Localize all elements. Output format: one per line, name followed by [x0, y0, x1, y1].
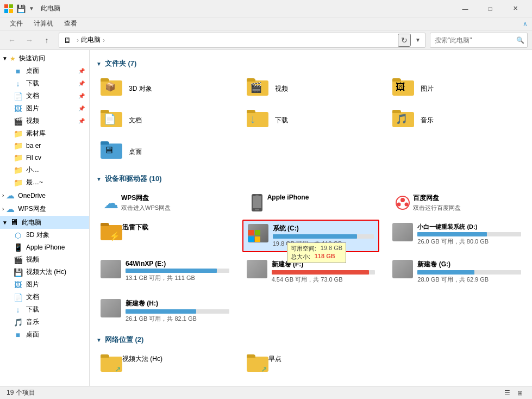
search-icon: 🔍 [516, 36, 524, 44]
sidebar-item-dl2[interactable]: ↓ 下载 [9, 303, 89, 316]
this-pc-group[interactable]: ▼ 🖥 此电脑 [0, 216, 89, 229]
menu-file[interactable]: 文件 [4, 18, 28, 29]
titlebar-dropdown[interactable]: ▼ [29, 5, 34, 11]
sidebar-item-recent[interactable]: 📁 最…~ [9, 176, 89, 189]
net-hc[interactable]: ↗ 视频大法 (Hc) [96, 351, 234, 377]
drive-d[interactable]: 小白一键重装系统 (D:) 26.0 GB 可用，共 80.0 GB [388, 220, 525, 252]
baidu-drive-icon [392, 194, 413, 212]
drive-wps-sub: 双击进入WPS网盘 [121, 204, 229, 212]
folder-pic[interactable]: 🖼 图片 [388, 75, 525, 102]
wps-group[interactable]: › ☁ WPS网盘 [0, 202, 89, 216]
view-buttons: ☰ ⊞ [502, 388, 525, 398]
up-button[interactable]: ↑ [39, 33, 54, 48]
sidebar-item-pic[interactable]: 🖼 图片 📌 [9, 102, 89, 115]
forward-button[interactable]: → [22, 33, 37, 48]
drive-h-name: 新建卷 (H:) [126, 299, 229, 308]
drive-f-size: 4.54 GB 可用，共 73.0 GB [272, 276, 375, 284]
maximize-button[interactable]: □ [478, 0, 503, 17]
devices-section-header[interactable]: ▼ 设备和驱动器 (10) [96, 174, 525, 184]
drive-g-info: 新建卷 (G:) 28.0 GB 可用，共 62.9 GB [417, 260, 521, 284]
sidebar-label-video: 视频 [26, 116, 76, 126]
drive-baidu[interactable]: 百度网盘 双击运行百度网盘 [388, 190, 525, 215]
sidebar-item-pic2[interactable]: 🖼 图片 [9, 278, 89, 291]
drive-c-info: 系统 (C:) 19.8 GB 可用，共 118 GB [273, 224, 374, 248]
folders-grid: 📦 3D 对象 🎬 视频 🖼 图片 [96, 75, 525, 165]
search-input[interactable] [435, 36, 516, 44]
minimize-button[interactable]: — [453, 0, 478, 17]
doc2-icon: 📄 [13, 293, 23, 302]
sidebar-item-small[interactable]: 📁 小… [9, 164, 89, 176]
sidebar-item-doc2[interactable]: 📄 文档 [9, 291, 89, 303]
sidebar-item-video2[interactable]: 🎬 视频 [9, 253, 89, 266]
sidebar-label-pic: 图片 [26, 104, 76, 113]
video-icon: 🎬 [13, 117, 23, 126]
drive-d-name: 小白一键重装系统 (D:) [417, 223, 521, 231]
folder-desktop[interactable]: 🖥 桌面 [96, 138, 234, 165]
svg-rect-0 [4, 4, 8, 8]
svg-rect-14 [248, 236, 254, 242]
sidebar-item-doc[interactable]: 📄 文档 📌 [9, 90, 89, 102]
this-pc-icon: 🖥 [10, 217, 18, 227]
sidebar-item-desktop[interactable]: ■ 桌面 📌 [9, 65, 89, 77]
drive-wps[interactable]: ☁ WPS网盘 双击进入WPS网盘 [96, 190, 234, 215]
drive-f[interactable]: 新建卷 (F:) 4.54 GB 可用，共 73.0 GB [242, 257, 380, 287]
network-section-header[interactable]: ▼ 网络位置 (2) [96, 335, 525, 345]
drive-h-size: 26.1 GB 可用，共 82.1 GB [126, 315, 229, 323]
sidebar-item-music[interactable]: 🎵 音乐 [9, 316, 89, 328]
drive-e-info: 64WinXP (E:) 13.1 GB 可用，共 111 GB [126, 260, 229, 282]
quick-access-group[interactable]: ▼ ★ 快速访问 [0, 52, 89, 65]
drive-g[interactable]: 新建卷 (G:) 28.0 GB 可用，共 62.9 GB [388, 257, 525, 287]
svg-point-11 [405, 203, 409, 207]
drive-c[interactable]: 系统 (C:) 19.8 GB 可用，共 118 GB 可用空间: 19.8 G… [242, 220, 380, 252]
sidebar-item-filcv[interactable]: 📁 Fil cv [9, 152, 89, 164]
folder-download[interactable]: ↓ 下载 [242, 107, 380, 134]
menu-view[interactable]: 查看 [59, 18, 83, 29]
folder-video[interactable]: 🎬 视频 [242, 75, 380, 102]
folder-3d[interactable]: 📦 3D 对象 [96, 75, 234, 102]
sidebar: ▼ ★ 快速访问 ■ 桌面 📌 ↓ 下载 📌 📄 文档 📌 🖼 图片 [0, 50, 90, 386]
net-zaodian[interactable]: ↗ 早点 [242, 351, 380, 377]
drive-thunder[interactable]: ⚡ 迅雷下载 [96, 220, 234, 252]
drive-e-icon [101, 260, 121, 279]
drive-e[interactable]: 64WinXP (E:) 13.1 GB 可用，共 111 GB [96, 257, 234, 287]
list-view-button[interactable]: ☰ [502, 388, 512, 398]
network-section-label: 网络位置 (2) [105, 335, 144, 345]
sidebar-item-3d[interactable]: ⬡ 3D 对象 [9, 229, 89, 241]
sidebar-item-download[interactable]: ↓ 下载 📌 [9, 77, 89, 90]
address-bar[interactable]: 🖥 › 此电脑 › ↻ ▼ [59, 33, 425, 48]
sidebar-item-video[interactable]: 🎬 视频 📌 [9, 115, 89, 127]
folder-music[interactable]: 🎵 音乐 [388, 107, 525, 134]
folder-video-label: 视频 [275, 84, 288, 93]
sidebar-item-baer[interactable]: 📁 ba er [9, 140, 89, 152]
desktop2-icon: ■ [13, 331, 23, 339]
drive-iphone[interactable]: Apple iPhone [242, 190, 380, 215]
svg-rect-5 [253, 196, 261, 208]
drive-wps-info: WPS网盘 双击进入WPS网盘 [121, 194, 229, 212]
quick-access-label: 快速访问 [19, 54, 45, 63]
folders-section-header[interactable]: ▼ 文件夹 (7) [96, 59, 525, 68]
ribbon-toggle[interactable]: ∧ [523, 20, 528, 28]
drive-c-icon [248, 224, 268, 244]
onedrive-group[interactable]: › ☁ OneDrive [0, 189, 89, 202]
content-area: ▼ 文件夹 (7) 📦 3D 对象 🎬 视频 [90, 50, 532, 386]
sidebar-label-desktop2: 桌面 [26, 330, 85, 339]
quick-access-toggle: ▼ [2, 55, 8, 61]
sidebar-item-iphone[interactable]: 📱 Apple iPhone [9, 241, 89, 253]
sidebar-item-desktop2[interactable]: ■ 桌面 [9, 328, 89, 341]
network-toggle: ▼ [96, 337, 102, 343]
refresh-button[interactable]: ↻ [398, 34, 411, 47]
sidebar-item-material[interactable]: 📁 素材库 [9, 127, 89, 140]
grid-view-button[interactable]: ⊞ [515, 388, 525, 398]
back-button[interactable]: ← [4, 33, 20, 48]
search-bar[interactable]: 🔍 [430, 33, 528, 48]
sidebar-item-hc[interactable]: 💾 视频大法 (Hc) [9, 266, 89, 278]
address-dropdown[interactable]: ▼ [415, 37, 421, 43]
folder-icon-filcv: 📁 [13, 153, 23, 162]
close-button[interactable]: ✕ [503, 0, 528, 17]
drive-h[interactable]: 新建卷 (H:) 26.1 GB 可用，共 82.1 GB [96, 296, 234, 326]
sidebar-label-3d: 3D 对象 [26, 230, 85, 240]
pic-icon: 🖼 [13, 104, 23, 113]
drive-iphone-name: Apple iPhone [267, 194, 375, 201]
folder-doc[interactable]: 📄 文档 [96, 107, 234, 134]
menu-computer[interactable]: 计算机 [28, 18, 59, 29]
